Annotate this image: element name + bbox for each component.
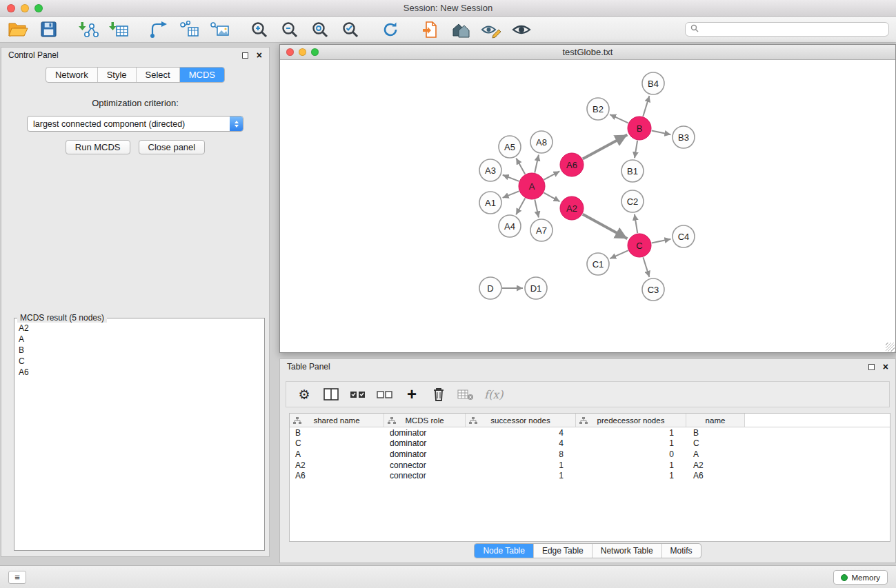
graph-edge[interactable] (583, 214, 628, 239)
graph-node-C2[interactable]: C2 (621, 190, 644, 212)
column-header-name[interactable]: name (686, 414, 745, 427)
column-header-predecessor-nodes[interactable]: predecessor nodes (576, 414, 686, 427)
tab-style[interactable]: Style (97, 68, 136, 82)
tab-node-table[interactable]: Node Table (475, 544, 533, 558)
table-row[interactable]: A6connector11A6 (290, 470, 890, 481)
graph-edge[interactable] (643, 257, 649, 277)
table-cell[interactable]: dominator (384, 438, 466, 449)
graph-node-D[interactable]: D (479, 277, 501, 299)
tab-motifs[interactable]: Motifs (661, 544, 701, 558)
graph-edge[interactable] (652, 131, 671, 135)
table-cell[interactable]: A (290, 449, 384, 460)
graph-edge[interactable] (544, 171, 560, 179)
graph-node-B3[interactable]: B3 (673, 126, 695, 148)
new-network-table-icon[interactable] (177, 19, 201, 41)
home-panels-icon[interactable] (448, 19, 473, 41)
zoom-selected-icon[interactable] (338, 19, 363, 41)
tab-select[interactable]: Select (136, 68, 179, 82)
table-cell[interactable]: 1 (466, 460, 576, 471)
tab-network[interactable]: Network (46, 68, 97, 82)
run-mcds-button[interactable]: Run MCDS (66, 140, 130, 154)
table-cell[interactable]: C (686, 438, 745, 449)
table-cell[interactable]: 4 (466, 427, 576, 438)
refresh-layout-icon[interactable] (378, 19, 403, 41)
mcds-result-item[interactable]: A2 (19, 323, 260, 334)
zoom-in-icon[interactable] (247, 19, 272, 41)
table-row[interactable]: A2connector11A2 (290, 460, 890, 471)
tab-mcds[interactable]: MCDS (179, 68, 224, 82)
graph-edge[interactable] (635, 214, 637, 233)
delete-column-icon[interactable] (430, 385, 447, 403)
function-builder-icon[interactable]: f(x) (484, 385, 503, 403)
new-network-icon[interactable] (146, 19, 171, 41)
select-all-rows-icon[interactable] (350, 385, 366, 403)
task-history-icon[interactable]: ≡ (8, 571, 26, 584)
graph-edge[interactable] (516, 199, 525, 215)
graph-node-A[interactable]: A (519, 173, 545, 199)
save-session-icon[interactable] (36, 19, 61, 41)
table-cell[interactable]: dominator (384, 449, 466, 460)
graph-node-A2[interactable]: A2 (560, 196, 584, 220)
export-document-icon[interactable] (418, 19, 443, 41)
table-cell[interactable]: 1 (576, 470, 686, 481)
tab-network-table[interactable]: Network Table (592, 544, 661, 558)
export-image-icon[interactable] (207, 19, 232, 41)
graph-node-A6[interactable]: A6 (560, 153, 584, 176)
zoom-window-button[interactable] (34, 4, 43, 12)
table-cell[interactable]: dominator (384, 427, 466, 438)
mcds-result-item[interactable]: A (19, 334, 260, 345)
table-cell[interactable]: A6 (686, 470, 745, 481)
graph-edge[interactable] (643, 96, 649, 116)
table-cell[interactable]: A2 (290, 460, 384, 471)
table-row[interactable]: Bdominator41B (290, 427, 890, 438)
graph-node-A3[interactable]: A3 (479, 159, 501, 181)
graph-edge[interactable] (503, 191, 519, 198)
deselect-all-rows-icon[interactable] (377, 385, 393, 403)
graph-edge[interactable] (610, 250, 628, 258)
criterion-dropdown[interactable]: largest connected component (directed) (27, 116, 243, 132)
column-header-mcds-role[interactable]: MCDS role (384, 414, 466, 427)
graph-node-D1[interactable]: D1 (525, 277, 547, 299)
table-cell[interactable]: B (290, 427, 384, 438)
minimize-window-button[interactable] (21, 4, 29, 12)
float-table-panel-icon[interactable] (868, 364, 875, 370)
graph-node-A5[interactable]: A5 (499, 136, 521, 158)
graph-node-B2[interactable]: B2 (587, 98, 609, 120)
import-table-file-icon[interactable] (106, 19, 131, 41)
table-cell[interactable]: 8 (466, 449, 576, 460)
graph-edge[interactable] (635, 141, 637, 158)
table-cell[interactable]: A2 (686, 460, 745, 471)
toolbar-search[interactable] (685, 22, 889, 37)
graph-edge[interactable] (610, 114, 628, 123)
table-row[interactable]: Adominator80A (290, 449, 890, 460)
table-cell[interactable]: connector (384, 460, 466, 471)
show-view-icon[interactable] (509, 19, 534, 41)
close-panel-icon[interactable]: × (257, 52, 262, 59)
table-cell[interactable]: A (686, 449, 745, 460)
graph-node-C4[interactable]: C4 (673, 225, 695, 247)
column-header-shared-name[interactable]: shared name (290, 414, 384, 427)
graph-node-B4[interactable]: B4 (642, 72, 664, 94)
graph-edge[interactable] (535, 200, 539, 218)
graph-node-C[interactable]: C (628, 234, 651, 257)
graph-node-A7[interactable]: A7 (530, 219, 552, 241)
zoom-fit-icon[interactable] (308, 19, 332, 41)
table-cell[interactable]: A6 (290, 470, 384, 481)
open-session-icon[interactable] (6, 19, 30, 41)
mcds-result-item[interactable]: B (19, 345, 260, 356)
table-row[interactable]: Cdominator41C (290, 438, 890, 449)
table-cell[interactable]: 4 (466, 438, 576, 449)
graph-node-B1[interactable]: B1 (621, 160, 644, 182)
graph-node-C3[interactable]: C3 (642, 278, 664, 301)
zoom-view-button[interactable] (311, 48, 319, 56)
table-cell[interactable]: 1 (576, 460, 686, 471)
delete-table-icon[interactable] (457, 385, 474, 403)
close-view-button[interactable] (286, 48, 294, 56)
memory-button[interactable]: Memory (833, 570, 888, 585)
graph-edge[interactable] (535, 155, 539, 173)
column-chooser-icon[interactable] (323, 385, 339, 403)
network-canvas[interactable]: B4B2BB3A8A5A6A3B1AC2A1A2A4A7C4CC1DD1C3 (280, 60, 895, 352)
table-cell[interactable]: 0 (576, 449, 686, 460)
graph-edge[interactable] (652, 239, 671, 243)
network-window-titlebar[interactable]: testGlobe.txt (280, 45, 895, 60)
